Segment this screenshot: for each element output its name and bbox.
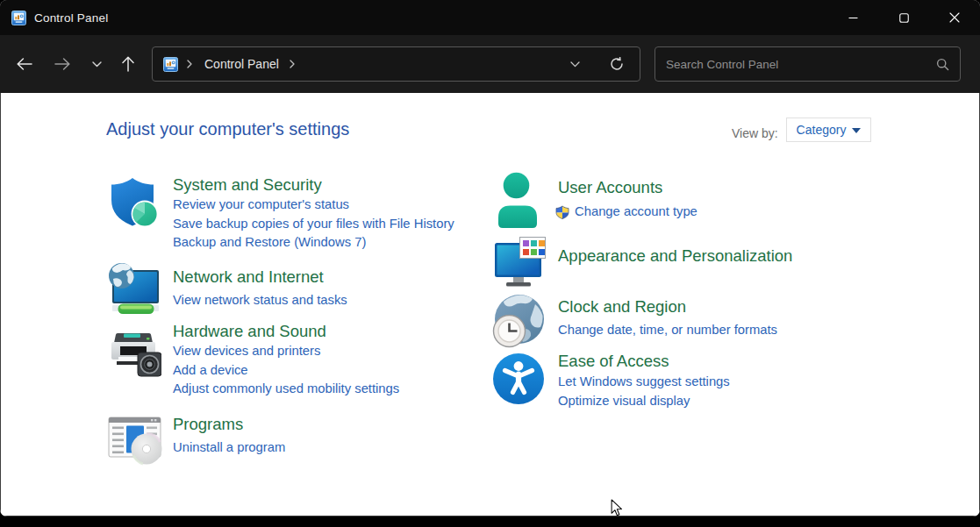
network-internet-icon[interactable] — [107, 262, 160, 317]
mouse-cursor — [611, 499, 623, 517]
view-by-value: Category — [797, 123, 847, 137]
task-link-add-device[interactable]: Add a device — [173, 361, 248, 381]
category-programs: Programs Uninstall a program — [173, 414, 285, 458]
category-title-appearance-personalization[interactable]: Appearance and Personalization — [558, 246, 792, 267]
up-icon — [122, 56, 134, 72]
task-link-backup-restore[interactable]: Backup and Restore (Windows 7) — [173, 233, 366, 253]
category-title-programs[interactable]: Programs — [173, 414, 285, 435]
view-by-dropdown[interactable]: Category — [786, 118, 871, 142]
category-network-and-internet: Network and Internet View network status… — [173, 267, 347, 310]
maximize-button[interactable] — [878, 0, 929, 35]
refresh-icon — [610, 57, 624, 71]
category-title-user-accounts[interactable]: User Accounts — [558, 177, 697, 198]
system-security-icon[interactable] — [110, 177, 159, 226]
breadcrumb-chevron-icon — [187, 60, 192, 68]
refresh-button[interactable] — [599, 57, 634, 71]
chevron-down-icon — [92, 61, 102, 68]
search-button[interactable] — [925, 58, 960, 71]
navigation-toolbar: Control Panel — [0, 35, 980, 93]
forward-icon — [54, 58, 70, 70]
search-box — [655, 46, 961, 82]
category-title-system-and-security[interactable]: System and Security — [173, 174, 454, 196]
search-input[interactable] — [655, 58, 925, 71]
category-ease-of-access: Ease of Access Let Windows suggest setti… — [558, 351, 730, 410]
task-link-change-account-type[interactable]: Change account type — [575, 203, 697, 222]
close-icon — [949, 12, 960, 23]
control-panel-icon — [11, 11, 26, 25]
task-link-file-history[interactable]: Save backup copies of your files with Fi… — [173, 215, 454, 234]
task-link-devices-printers[interactable]: View devices and printers — [173, 342, 320, 361]
view-by-label: View by: — [732, 126, 778, 140]
breadcrumb-chevron-icon[interactable] — [290, 60, 295, 68]
up-button[interactable] — [111, 48, 145, 80]
chevron-down-icon — [570, 61, 580, 68]
task-link-mobility-settings[interactable]: Adjust commonly used mobility settings — [173, 380, 399, 399]
category-appearance-and-personalization: Appearance and Personalization — [558, 246, 792, 267]
minimize-button[interactable] — [827, 0, 878, 35]
uac-shield-icon — [555, 205, 569, 219]
close-button[interactable] — [929, 0, 980, 35]
task-link-network-status[interactable]: View network status and tasks — [173, 291, 347, 310]
content-area: Adjust your computer's settings View by:… — [1, 93, 979, 516]
task-link-uninstall-program[interactable]: Uninstall a program — [173, 438, 285, 458]
category-title-hardware-and-sound[interactable]: Hardware and Sound — [173, 321, 399, 342]
ease-of-access-icon[interactable] — [492, 353, 545, 405]
dropdown-caret-icon — [852, 128, 861, 133]
caption-buttons — [827, 0, 980, 35]
category-clock-and-region: Clock and Region Change date, time, or n… — [558, 296, 777, 340]
user-accounts-icon[interactable] — [497, 172, 540, 230]
address-dropdown-button[interactable] — [562, 61, 588, 68]
window-title: Control Panel — [34, 11, 108, 25]
category-system-and-security: System and Security Review your computer… — [173, 174, 454, 253]
breadcrumb-item-control-panel[interactable]: Control Panel — [204, 57, 279, 71]
title-bar: Control Panel — [0, 0, 980, 35]
category-title-ease-of-access[interactable]: Ease of Access — [558, 351, 730, 372]
maximize-icon — [899, 13, 909, 23]
control-panel-icon — [163, 57, 178, 72]
page-title: Adjust your computer's settings — [106, 119, 349, 139]
task-link-change-date-time[interactable]: Change date, time, or number formats — [558, 321, 777, 340]
task-link-optimize-visual-display[interactable]: Optimize visual display — [558, 392, 690, 411]
clock-region-icon[interactable] — [491, 294, 546, 348]
programs-icon[interactable] — [108, 416, 162, 466]
back-button[interactable] — [8, 48, 41, 80]
hardware-sound-icon[interactable] — [111, 330, 161, 379]
forward-button[interactable] — [46, 48, 79, 80]
task-link-review-computer-status[interactable]: Review your computer's status — [173, 196, 349, 215]
address-bar[interactable]: Control Panel — [152, 46, 640, 82]
category-title-clock-and-region[interactable]: Clock and Region — [558, 296, 777, 317]
control-panel-window: Control Panel — [0, 0, 980, 516]
search-icon — [936, 58, 949, 71]
category-title-network-and-internet[interactable]: Network and Internet — [173, 267, 347, 288]
minimize-icon — [848, 13, 858, 23]
back-icon — [17, 58, 32, 70]
task-link-suggest-settings[interactable]: Let Windows suggest settings — [558, 373, 730, 392]
category-user-accounts: User Accounts Change account type — [558, 177, 697, 222]
recent-locations-button[interactable] — [80, 48, 113, 80]
category-hardware-and-sound: Hardware and Sound View devices and prin… — [173, 321, 399, 399]
appearance-personalization-icon[interactable] — [494, 237, 547, 288]
